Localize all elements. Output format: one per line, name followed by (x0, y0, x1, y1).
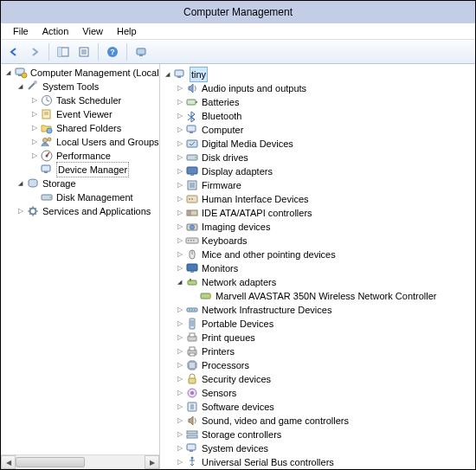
tree-node-services-apps[interactable]: Services and Applications (1, 204, 159, 218)
device-category[interactable]: Storage controllers (160, 428, 475, 441)
printer-icon (185, 344, 199, 358)
device-category[interactable]: Computer (160, 123, 475, 137)
expander-icon[interactable] (29, 137, 40, 148)
expander-icon[interactable] (174, 388, 185, 399)
expander-icon[interactable] (174, 332, 185, 344)
expander-icon[interactable] (174, 208, 185, 219)
expander-icon[interactable] (174, 429, 185, 441)
menu-file[interactable]: File (6, 24, 35, 38)
expander-icon[interactable] (174, 249, 185, 261)
menu-action[interactable]: Action (35, 24, 76, 38)
back-button[interactable] (4, 42, 23, 61)
device-category[interactable]: Keyboards (160, 234, 475, 248)
expander-icon[interactable] (174, 166, 185, 177)
device-category[interactable]: Sound, video and game controllers (160, 414, 475, 428)
device-root[interactable]: tiny (160, 68, 475, 81)
device-category[interactable]: Universal Serial Bus controllers (160, 455, 475, 469)
expander-icon[interactable] (3, 68, 14, 79)
device-category[interactable]: IDE ATA/ATAPI controllers (160, 206, 475, 220)
expander-icon[interactable] (174, 222, 185, 233)
expander-icon[interactable] (174, 415, 185, 427)
device-category[interactable]: Display adapters (160, 164, 475, 178)
scroll-right-button[interactable]: ▶ (145, 455, 159, 469)
console-tree[interactable]: Computer Management (Local System Tools … (1, 64, 159, 454)
expander-icon[interactable] (29, 123, 40, 134)
svg-rect-82 (190, 450, 193, 452)
menu-view[interactable]: View (75, 24, 110, 38)
expander-icon[interactable] (162, 69, 173, 80)
device-category[interactable]: Print queues (160, 331, 475, 344)
menu-help[interactable]: Help (110, 24, 144, 38)
expander-icon[interactable] (15, 206, 26, 217)
tree-node-system-tools[interactable]: System Tools (1, 80, 159, 93)
horizontal-scrollbar[interactable]: ◀ ▶ (1, 454, 159, 469)
expander-icon[interactable] (29, 151, 40, 162)
expander-icon[interactable] (174, 402, 185, 413)
device-category[interactable]: Software devices (160, 400, 475, 414)
expander-icon[interactable] (174, 346, 185, 357)
device-category[interactable]: System devices (160, 441, 475, 455)
tree-node-root[interactable]: Computer Management (Local (1, 66, 159, 80)
tree-node-task-scheduler[interactable]: Task Scheduler (1, 93, 159, 107)
device-tree[interactable]: tiny Audio inputs and outputs Batteries … (160, 66, 475, 469)
svg-rect-32 (187, 100, 196, 105)
expander-icon[interactable] (174, 305, 185, 316)
help-button[interactable]: ? (103, 42, 122, 61)
expander-icon[interactable] (15, 81, 26, 93)
device-category[interactable]: Human Interface Devices (160, 192, 475, 206)
tree-node-disk-management[interactable]: Disk Management (1, 190, 159, 204)
scroll-thumb[interactable] (16, 457, 85, 467)
device-category[interactable]: Processors (160, 358, 475, 372)
tree-node-device-manager[interactable]: Device Manager (1, 163, 159, 177)
forward-button[interactable] (25, 42, 44, 61)
device-category[interactable]: Firmware (160, 178, 475, 192)
expander-icon[interactable] (174, 97, 185, 108)
tools-icon (26, 80, 40, 93)
show-hide-tree-button[interactable] (54, 42, 73, 61)
device-category[interactable]: Network adapters (160, 275, 475, 289)
expander-icon[interactable] (174, 360, 185, 371)
scroll-track[interactable] (85, 455, 145, 469)
expander-icon[interactable] (174, 277, 185, 288)
expander-icon[interactable] (174, 83, 185, 94)
device-category[interactable]: Mice and other pointing devices (160, 248, 475, 261)
device-category[interactable]: Bluetooth (160, 109, 475, 123)
device-category[interactable]: Security devices (160, 372, 475, 386)
expander-icon[interactable] (174, 235, 185, 247)
expander-icon[interactable] (29, 109, 40, 120)
device-category[interactable]: Imaging devices (160, 220, 475, 234)
device-category[interactable]: Network Infrastructure Devices (160, 303, 475, 317)
device-category[interactable]: Disk drives (160, 151, 475, 164)
tree-node-local-users[interactable]: Local Users and Groups (1, 135, 159, 149)
device-category[interactable]: Batteries (160, 95, 475, 109)
device-category[interactable]: Printers (160, 344, 475, 358)
tree-node-shared-folders[interactable]: Shared Folders (1, 121, 159, 135)
device-item[interactable]: Marvell AVASTAR 350N Wireless Network Co… (160, 289, 475, 303)
expander-icon[interactable] (174, 319, 185, 330)
device-category[interactable]: Portable Devices (160, 317, 475, 331)
expander-icon[interactable] (174, 138, 185, 150)
properties-button[interactable] (74, 42, 93, 61)
expander-icon[interactable] (15, 178, 26, 190)
expander-icon[interactable] (174, 180, 185, 191)
expander-icon[interactable] (174, 194, 185, 205)
expander-icon[interactable] (174, 111, 185, 122)
expander-icon[interactable] (174, 374, 185, 385)
scroll-left-button[interactable]: ◀ (1, 455, 16, 469)
device-category[interactable]: Audio inputs and outputs (160, 81, 475, 95)
tree-node-performance[interactable]: Performance (1, 149, 159, 163)
device-category[interactable]: Monitors (160, 261, 475, 275)
tree-node-storage[interactable]: Storage (1, 177, 159, 190)
device-category[interactable]: Sensors (160, 386, 475, 400)
expander-icon[interactable] (174, 263, 185, 274)
expander-icon[interactable] (29, 95, 40, 106)
expander-icon[interactable] (174, 152, 185, 164)
device-label: Network adapters (202, 275, 276, 289)
tree-node-event-viewer[interactable]: Event Viewer (1, 107, 159, 121)
expander-icon[interactable] (174, 457, 185, 468)
device-category[interactable]: Digital Media Devices (160, 137, 475, 151)
scan-hardware-button[interactable] (132, 42, 151, 61)
expander-icon[interactable] (174, 125, 185, 136)
disk-icon (185, 151, 199, 164)
expander-icon[interactable] (174, 443, 185, 454)
